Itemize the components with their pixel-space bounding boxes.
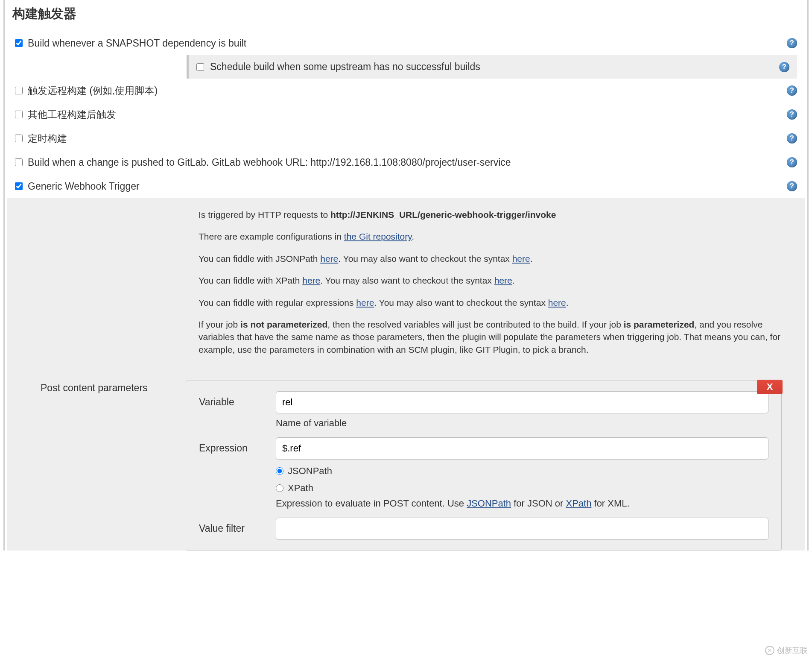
jsonpath-fiddle-link[interactable]: here (320, 254, 338, 264)
trigger-after-other-row: 其他工程构建后触发 ? (7, 103, 805, 126)
trigger-timed-label: 定时构建 (28, 132, 787, 145)
trigger-snapshot-label: Build whenever a SNAPSHOT dependency is … (28, 38, 787, 49)
help-icon[interactable]: ? (787, 181, 797, 191)
desc-text: There are example configurations in (199, 231, 344, 241)
expression-label: Expression (199, 437, 276, 509)
help-icon[interactable]: ? (779, 62, 789, 72)
desc-text: Expression to evaluate in POST content. … (276, 498, 467, 509)
trigger-schedule-upstream-row: Schedule build when some upstream has no… (187, 55, 797, 79)
desc-text: . You may also want to checkout the synt… (374, 298, 548, 308)
xpath-link[interactable]: XPath (566, 498, 591, 509)
section-title: 构建触发器 (7, 0, 805, 31)
desc-text: You can fiddle with JSONPath (199, 254, 320, 264)
trigger-gitlab-label: Build when a change is pushed to GitLab.… (28, 157, 787, 168)
trigger-snapshot-row: Build whenever a SNAPSHOT dependency is … (7, 31, 805, 55)
help-icon[interactable]: ? (787, 85, 797, 96)
trigger-generic-webhook-label: Generic Webhook Trigger (28, 181, 787, 192)
variable-desc: Name of variable (276, 418, 768, 429)
jsonpath-radio[interactable] (276, 467, 283, 475)
trigger-gitlab-row: Build when a change is pushed to GitLab.… (7, 150, 805, 174)
trigger-gitlab-checkbox[interactable] (15, 158, 23, 166)
desc-text: You can fiddle with XPath (199, 275, 302, 285)
trigger-schedule-upstream-label: Schedule build when some upstream has no… (210, 61, 779, 73)
trigger-schedule-upstream-checkbox[interactable] (196, 63, 204, 71)
expression-desc: Expression to evaluate in POST content. … (276, 498, 768, 509)
variable-label: Variable (199, 391, 276, 429)
help-icon[interactable]: ? (787, 133, 797, 144)
desc-url: http://JENKINS_URL/generic-webhook-trigg… (330, 210, 556, 220)
desc-text: for XML. (591, 498, 629, 509)
trigger-after-other-checkbox[interactable] (15, 111, 23, 118)
desc-text: You can fiddle with regular expressions (199, 298, 356, 308)
trigger-remote-checkbox[interactable] (15, 87, 23, 94)
desc-text: If your job (199, 319, 240, 329)
xpath-syntax-link[interactable]: here (494, 275, 512, 285)
params-section-label: Post content parameters (15, 381, 186, 551)
trigger-remote-label: 触发远程构建 (例如,使用脚本) (28, 84, 787, 97)
trigger-snapshot-checkbox[interactable] (15, 39, 23, 47)
help-icon[interactable]: ? (787, 38, 797, 48)
value-filter-label: Value filter (199, 518, 276, 540)
desc-strong: is not parameterized (240, 319, 327, 329)
value-filter-input[interactable] (276, 518, 768, 540)
desc-text: , then the resolved variables will just … (327, 319, 623, 329)
trigger-generic-webhook-checkbox[interactable] (15, 182, 23, 190)
git-repo-link[interactable]: the Git repository (344, 231, 412, 241)
webhook-description: Is triggered by HTTP requests to http://… (187, 198, 797, 368)
jsonpath-radio-label[interactable]: JSONPath (288, 466, 332, 477)
trigger-remote-row: 触发远程构建 (例如,使用脚本) ? (7, 79, 805, 103)
regex-fiddle-link[interactable]: here (356, 298, 374, 308)
params-block: X Variable Name of variable Expression (186, 381, 782, 551)
xpath-radio-label[interactable]: XPath (288, 483, 313, 494)
post-content-params-section: Post content parameters X Variable Name … (7, 368, 805, 551)
desc-text: . You may also want to checkout the synt… (320, 275, 494, 285)
trigger-after-other-label: 其他工程构建后触发 (28, 108, 787, 121)
trigger-generic-webhook-row: Generic Webhook Trigger ? (7, 174, 805, 198)
xpath-fiddle-link[interactable]: here (302, 275, 320, 285)
trigger-timed-row: 定时构建 ? (7, 126, 805, 150)
help-icon[interactable]: ? (787, 157, 797, 167)
desc-text: for JSON or (511, 498, 566, 509)
desc-strong: is parameterized (624, 319, 695, 329)
jsonpath-link[interactable]: JSONPath (467, 498, 511, 509)
variable-input[interactable] (276, 391, 768, 413)
xpath-radio[interactable] (276, 484, 283, 492)
regex-syntax-link[interactable]: here (548, 298, 566, 308)
delete-param-button[interactable]: X (757, 380, 783, 394)
desc-text: . You may also want to checkout the synt… (338, 254, 512, 264)
desc-text: Is triggered by HTTP requests to (199, 210, 330, 220)
expression-input[interactable] (276, 437, 768, 460)
trigger-timed-checkbox[interactable] (15, 135, 23, 142)
help-icon[interactable]: ? (787, 109, 797, 120)
jsonpath-syntax-link[interactable]: here (512, 254, 530, 264)
